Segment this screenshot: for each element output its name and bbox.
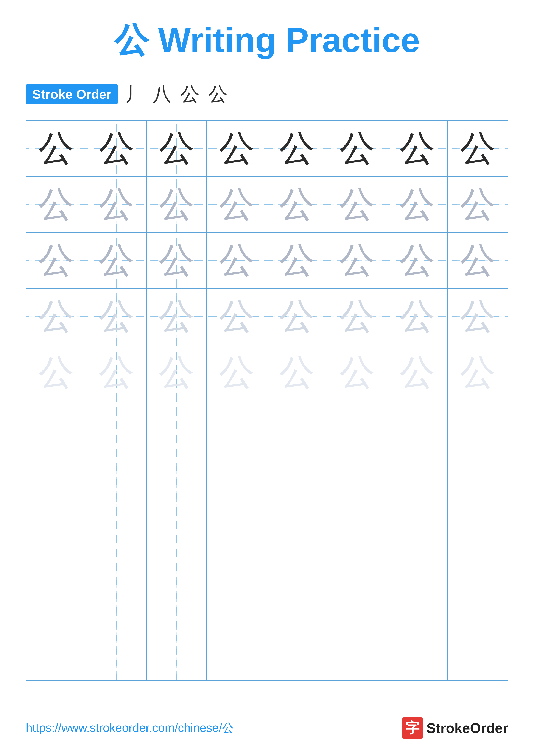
grid-cell[interactable]: 公 bbox=[267, 121, 327, 177]
cell-character: 公 bbox=[159, 242, 194, 278]
grid-cell[interactable]: 公 bbox=[267, 344, 327, 400]
grid-cell[interactable] bbox=[387, 456, 447, 512]
grid-cell[interactable]: 公 bbox=[447, 344, 508, 400]
grid-cell[interactable]: 公 bbox=[147, 232, 207, 288]
grid-cell[interactable]: 公 bbox=[447, 177, 508, 233]
grid-cell[interactable] bbox=[147, 400, 207, 456]
grid-cell[interactable]: 公 bbox=[147, 288, 207, 345]
grid-cell[interactable] bbox=[87, 456, 146, 512]
grid-cell[interactable]: 公 bbox=[447, 121, 508, 177]
grid-cell[interactable] bbox=[147, 624, 207, 680]
grid-cell[interactable] bbox=[327, 512, 387, 568]
cell-character: 公 bbox=[279, 187, 315, 222]
grid-cell[interactable]: 公 bbox=[267, 288, 327, 345]
grid-cell[interactable] bbox=[267, 400, 327, 456]
grid-cell[interactable]: 公 bbox=[147, 344, 207, 400]
grid-cell[interactable]: 公 bbox=[447, 288, 508, 345]
grid-cell[interactable]: 公 bbox=[87, 121, 146, 177]
cell-character: 公 bbox=[219, 242, 254, 278]
cell-character: 公 bbox=[399, 298, 435, 334]
cell-character: 公 bbox=[99, 187, 134, 222]
grid-cell[interactable] bbox=[327, 568, 387, 624]
practice-grid: 公公公公公公公公公公公公公公公公公公公公公公公公公公公公公公公公公公公公公公公公 bbox=[26, 120, 508, 681]
grid-cell[interactable]: 公 bbox=[327, 121, 387, 177]
grid-cell[interactable] bbox=[87, 400, 146, 456]
grid-cell[interactable] bbox=[447, 400, 508, 456]
grid-cell[interactable]: 公 bbox=[327, 344, 387, 400]
cell-character: 公 bbox=[460, 298, 496, 334]
grid-cell[interactable]: 公 bbox=[387, 232, 447, 288]
grid-cell[interactable] bbox=[387, 624, 447, 680]
cell-character: 公 bbox=[339, 131, 375, 166]
grid-cell[interactable]: 公 bbox=[387, 177, 447, 233]
stroke-2: 八 bbox=[152, 81, 176, 107]
grid-cell[interactable] bbox=[147, 456, 207, 512]
grid-cell[interactable]: 公 bbox=[207, 232, 267, 288]
grid-cell[interactable] bbox=[327, 624, 387, 680]
cell-character: 公 bbox=[159, 131, 194, 166]
grid-cell[interactable]: 公 bbox=[26, 177, 87, 233]
grid-cell[interactable] bbox=[147, 568, 207, 624]
grid-cell[interactable]: 公 bbox=[387, 121, 447, 177]
grid-cell[interactable] bbox=[267, 456, 327, 512]
grid-cell[interactable] bbox=[26, 568, 87, 624]
grid-cell[interactable]: 公 bbox=[207, 344, 267, 400]
stroke-1: 丿 bbox=[124, 81, 148, 107]
grid-cell[interactable]: 公 bbox=[387, 344, 447, 400]
grid-cell[interactable]: 公 bbox=[87, 177, 146, 233]
grid-cell[interactable]: 公 bbox=[87, 344, 146, 400]
grid-cell[interactable] bbox=[207, 624, 267, 680]
grid-cell[interactable]: 公 bbox=[327, 288, 387, 345]
grid-cell[interactable] bbox=[267, 624, 327, 680]
cell-character: 公 bbox=[399, 242, 435, 278]
grid-cell[interactable]: 公 bbox=[147, 121, 207, 177]
grid-cell[interactable]: 公 bbox=[26, 344, 87, 400]
grid-cell[interactable] bbox=[387, 568, 447, 624]
grid-cell[interactable]: 公 bbox=[26, 288, 87, 345]
grid-cell[interactable]: 公 bbox=[447, 232, 508, 288]
grid-cell[interactable]: 公 bbox=[207, 121, 267, 177]
cell-character: 公 bbox=[38, 298, 74, 334]
grid-cell[interactable] bbox=[387, 400, 447, 456]
grid-cell[interactable] bbox=[207, 400, 267, 456]
grid-cell[interactable] bbox=[267, 568, 327, 624]
grid-cell[interactable]: 公 bbox=[87, 288, 146, 345]
grid-cell[interactable] bbox=[26, 512, 87, 568]
grid-cell[interactable]: 公 bbox=[147, 177, 207, 233]
grid-cell[interactable] bbox=[267, 512, 327, 568]
grid-cell[interactable]: 公 bbox=[207, 177, 267, 233]
cell-character: 公 bbox=[460, 242, 496, 278]
grid-cell[interactable]: 公 bbox=[267, 232, 327, 288]
grid-cell[interactable] bbox=[87, 568, 146, 624]
grid-cell[interactable]: 公 bbox=[26, 232, 87, 288]
grid-cell[interactable]: 公 bbox=[87, 232, 146, 288]
cell-character: 公 bbox=[339, 187, 375, 222]
grid-cell[interactable] bbox=[447, 512, 508, 568]
cell-character: 公 bbox=[38, 187, 74, 222]
grid-cell[interactable] bbox=[26, 624, 87, 680]
grid-cell[interactable] bbox=[327, 400, 387, 456]
grid-cell[interactable] bbox=[26, 400, 87, 456]
grid-cell[interactable] bbox=[87, 512, 146, 568]
grid-cell[interactable] bbox=[26, 456, 87, 512]
grid-cell[interactable]: 公 bbox=[327, 177, 387, 233]
grid-cell[interactable]: 公 bbox=[26, 121, 87, 177]
grid-cell[interactable] bbox=[87, 624, 146, 680]
grid-cell[interactable] bbox=[147, 512, 207, 568]
grid-cell[interactable] bbox=[207, 456, 267, 512]
cell-character: 公 bbox=[339, 355, 375, 390]
grid-cell[interactable]: 公 bbox=[327, 232, 387, 288]
grid-cell[interactable]: 公 bbox=[267, 177, 327, 233]
grid-cell[interactable]: 公 bbox=[207, 288, 267, 345]
grid-cell[interactable]: 公 bbox=[387, 288, 447, 345]
grid-cell[interactable] bbox=[207, 568, 267, 624]
grid-cell[interactable] bbox=[447, 624, 508, 680]
grid-cell[interactable] bbox=[447, 568, 508, 624]
cell-character: 公 bbox=[219, 187, 254, 222]
grid-cell[interactable] bbox=[387, 512, 447, 568]
grid-cell[interactable] bbox=[207, 512, 267, 568]
grid-cell[interactable] bbox=[327, 456, 387, 512]
cell-character: 公 bbox=[460, 355, 496, 390]
footer-url: https://www.strokeorder.com/chinese/公 bbox=[26, 720, 234, 736]
grid-cell[interactable] bbox=[447, 456, 508, 512]
